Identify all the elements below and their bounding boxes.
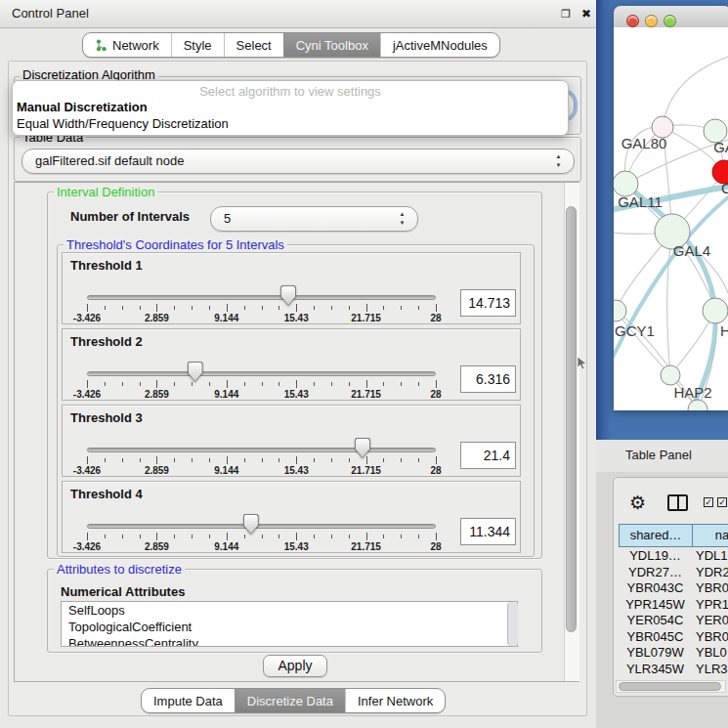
scale-label: 21.715 [351,313,381,323]
table-row[interactable]: YDL19…YDL1 [619,548,728,565]
cell-name[interactable]: YPR1 [696,597,728,614]
threshold-value-field[interactable]: 11.344 [460,518,516,545]
list-scrollbar[interactable] [507,602,518,646]
combobox-value: 5 [224,207,231,231]
tab-label: Infer Network [358,694,433,708]
scale-tick [140,458,141,462]
cell-shared-name[interactable]: YBR045C [619,629,692,646]
slider-handle[interactable] [355,438,370,458]
scale-tick [349,535,350,538]
tab-discretize-data[interactable]: Discretize Data [235,689,345,712]
tab-select[interactable]: Select [224,33,283,57]
mac-minimize-icon[interactable] [645,15,658,27]
scale-tick [331,306,332,310]
dropdown-option-manual[interactable]: Manual Discretization [17,100,564,115]
node-table[interactable]: YDL19…YDL1YDR27…YDR2YBR043CYBR0YPR145WYP… [619,548,728,680]
slider-track[interactable] [87,448,436,452]
split-columns-icon[interactable] [667,494,688,511]
mac-close-icon[interactable] [626,15,639,27]
network-window-titlebar[interactable] [614,6,728,28]
dropdown-option-equal-width[interactable]: Equal Width/Frequency Discretization [17,116,564,132]
tab-style[interactable]: Style [171,33,224,57]
checkbox-icon[interactable]: ✓ [704,497,713,507]
table-row[interactable]: YBR045CYBR0 [619,629,728,646]
slider-track[interactable] [87,524,436,529]
cell-shared-name[interactable]: YBL079W [619,645,692,662]
scale-tick [156,456,157,464]
gear-icon[interactable]: ⚙ [629,492,646,514]
spinner-arrows-icon[interactable]: ▲▼ [398,210,407,228]
close-icon[interactable]: ✖ [579,7,593,21]
slider-track[interactable] [87,295,436,300]
cell-shared-name[interactable]: YBR043C [619,580,692,597]
group-title: Threshold's Coordinates for 5 Intervals [64,237,287,252]
slider-handle[interactable] [188,362,203,382]
network-node[interactable] [703,298,728,323]
tab-cyni-toolbox[interactable]: Cyni Toolbox [283,33,380,57]
table-row[interactable]: YBL079WYBL0 [619,645,728,662]
threshold-slider[interactable]: -3.4262.8599.14415.4321.71528 [87,329,436,402]
node-label: GAL4 [673,242,710,259]
slider-handle[interactable] [280,285,296,306]
network-edge[interactable] [663,57,728,127]
network-edge[interactable] [616,311,670,375]
slider-handle[interactable] [243,514,259,535]
attribute-item[interactable]: BetweennessCentrality [62,635,517,647]
scale-tick [383,306,384,310]
cell-name[interactable]: YBR0 [696,629,728,646]
column-header-shared[interactable]: shared… [619,524,693,547]
table-row[interactable]: YDR27…YDR2 [619,565,728,581]
apply-button[interactable]: Apply [263,655,327,677]
float-window-icon[interactable]: ❐ [559,7,573,21]
threshold-value-field[interactable]: 14.713 [460,289,516,317]
threshold-value-field[interactable]: 21.4 [460,442,516,469]
threshold-value-field[interactable]: 6.316 [460,365,516,393]
attribute-item[interactable]: SelfLoops [62,602,517,619]
scrollbar-thumb[interactable] [619,682,721,691]
scale-label: 15.43 [284,541,309,552]
spinner-arrows-icon[interactable]: ▲▼ [554,152,563,170]
cell-name[interactable]: YER0 [696,613,728,629]
cell-shared-name[interactable]: YDL19… [619,548,692,565]
network-view-window[interactable]: GAL80GACGAL11GAL4GCY1HHAP2 [614,6,728,410]
cell-shared-name[interactable]: YPR145W [619,597,692,614]
cell-name[interactable]: YBL0 [696,645,727,662]
scale-label: 2.859 [145,389,169,400]
column-header-name[interactable]: na [692,524,728,547]
tab-jactivemnodules[interactable]: jActiveMNodules [380,33,499,57]
network-canvas[interactable]: GAL80GACGAL11GAL4GCY1HHAP2 [614,27,728,410]
scale-tick [105,306,106,310]
number-of-intervals-combobox[interactable]: 5 ▲▼ [210,206,418,232]
scale-tick [366,533,367,540]
tab-label: Cyni Toolbox [296,38,368,53]
tab-network[interactable]: Network [83,33,171,57]
tab-infer-network[interactable]: Infer Network [345,689,445,712]
threshold-slider[interactable]: -3.4262.8599.14415.4321.71528 [87,253,436,325]
network-edge[interactable] [667,232,673,375]
cell-name[interactable]: YBR0 [696,580,728,597]
table-row[interactable]: YPR145WYPR1 [619,597,728,614]
node-label: C [721,180,728,196]
attribute-item[interactable]: TopologicalCoefficient [62,619,517,635]
tab-impute-data[interactable]: Impute Data [142,689,235,712]
threshold-slider[interactable]: -3.4262.8599.14415.4321.71528 [87,482,436,554]
network-node[interactable] [661,365,680,385]
group-title: Interval Definition [54,185,157,199]
numerical-attributes-list[interactable]: SelfLoopsTopologicalCoefficientBetweenne… [61,601,518,647]
cell-name[interactable]: YLR3 [696,662,728,678]
checkbox-icon[interactable]: ✓ [717,497,727,507]
table-row[interactable]: YLR345WYLR3 [619,662,728,678]
table-row[interactable]: YBR043CYBR0 [619,580,728,597]
combobox-value: galFiltered.sif default node [35,150,184,173]
table-data-combobox[interactable]: galFiltered.sif default node ▲▼ [21,149,575,174]
threshold-slider[interactable]: -3.4262.8599.14415.4321.71528 [87,406,436,478]
cell-name[interactable]: YDL1 [696,548,728,565]
cell-shared-name[interactable]: YER054C [619,613,692,629]
cell-name[interactable]: YDR2 [696,565,728,581]
slider-track[interactable] [87,371,436,376]
scrollbar-thumb[interactable] [566,206,577,632]
mac-zoom-icon[interactable] [664,15,676,27]
cell-shared-name[interactable]: YDR27… [619,565,692,581]
table-row[interactable]: YER054CYER0 [619,613,728,629]
cell-shared-name[interactable]: YLR345W [619,662,692,678]
